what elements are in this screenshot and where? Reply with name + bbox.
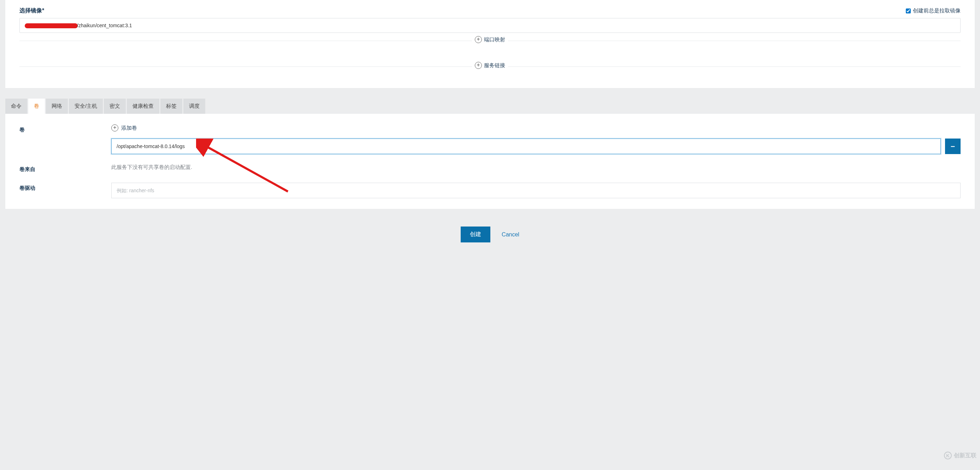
tab-network[interactable]: 网络 — [46, 99, 68, 114]
tab-secret[interactable]: 密文 — [104, 99, 126, 114]
tab-label[interactable]: 标签 — [161, 99, 182, 114]
always-pull-checkbox[interactable] — [906, 8, 911, 13]
volume-input-row: － — [111, 139, 961, 154]
plus-icon — [475, 62, 482, 69]
tab-command[interactable]: 命令 — [5, 99, 27, 114]
image-selection-panel: 选择镜像* 创建前总是拉取镜像 /zhaikun/cent_tomcat:3.1… — [5, 0, 975, 88]
service-link-divider: 服务链接 — [19, 67, 961, 74]
volume-from-label: 卷来自 — [19, 164, 111, 173]
volume-label: 卷 — [19, 124, 111, 133]
add-service-link-button[interactable]: 服务链接 — [472, 62, 508, 69]
volume-from-info: 此服务下没有可共享卷的启动配置. — [111, 164, 961, 170]
volume-path-input[interactable] — [111, 139, 941, 154]
volume-driver-input[interactable] — [111, 183, 961, 198]
volume-driver-label: 卷驱动 — [19, 183, 111, 191]
service-link-label: 服务链接 — [484, 62, 505, 69]
always-pull-checkbox-wrap[interactable]: 创建前总是拉取镜像 — [906, 8, 961, 14]
port-mapping-label: 端口映射 — [484, 37, 505, 43]
image-value-suffix: /zhaikun/cent_tomcat:3.1 — [77, 22, 132, 28]
volume-from-row: 卷来自 此服务下没有可共享卷的启动配置. — [19, 164, 961, 173]
always-pull-label: 创建前总是拉取镜像 — [913, 8, 961, 14]
tab-security-host[interactable]: 安全/主机 — [69, 99, 103, 114]
add-volume-button[interactable]: 添加卷 — [111, 124, 137, 131]
remove-volume-button[interactable]: － — [945, 139, 961, 154]
image-name-input[interactable]: /zhaikun/cent_tomcat:3.1 — [19, 18, 961, 33]
tab-scheduling[interactable]: 调度 — [183, 99, 205, 114]
image-header-row: 选择镜像* 创建前总是拉取镜像 — [19, 7, 961, 14]
create-button[interactable]: 创建 — [461, 226, 490, 242]
plus-icon — [111, 124, 118, 131]
add-volume-label: 添加卷 — [121, 125, 137, 131]
volume-driver-row: 卷驱动 — [19, 183, 961, 198]
select-image-label: 选择镜像* — [19, 7, 44, 14]
config-tabs: 命令 卷 网络 安全/主机 密文 健康检查 标签 调度 — [5, 99, 975, 114]
redacted-registry — [25, 23, 78, 28]
footer-actions: 创建 Cancel — [0, 220, 980, 253]
volume-panel: 卷 添加卷 － 卷来自 此服务下没有可共享卷的启动配置. 卷驱动 — [5, 114, 975, 209]
volume-row: 卷 添加卷 － — [19, 124, 961, 154]
tab-healthcheck[interactable]: 健康检查 — [127, 99, 159, 114]
port-mapping-divider: 端口映射 — [19, 41, 961, 48]
tab-volume[interactable]: 卷 — [28, 99, 45, 114]
plus-icon — [475, 36, 482, 43]
add-port-mapping-button[interactable]: 端口映射 — [472, 36, 508, 43]
cancel-button[interactable]: Cancel — [502, 231, 519, 238]
